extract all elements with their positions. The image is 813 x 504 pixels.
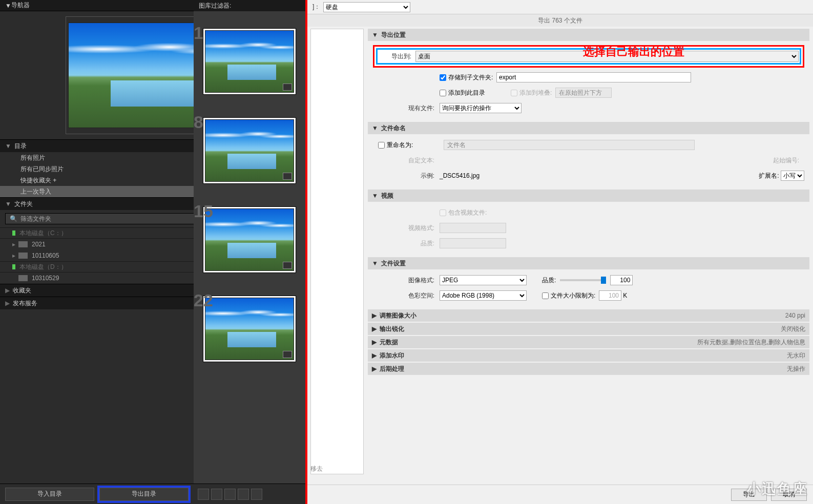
folder-icon <box>18 253 28 259</box>
flag-icon <box>283 83 292 91</box>
export-catalog-button[interactable]: 导出目录 <box>99 488 189 501</box>
publish-title[interactable]: 发布服务 <box>13 299 37 308</box>
grid-thumbnail[interactable]: 22 <box>203 296 296 362</box>
limit-size-input <box>599 290 621 301</box>
section-file-naming[interactable]: ▼文件命名 <box>368 122 809 134</box>
preset-list[interactable] <box>310 29 364 474</box>
import-catalog-button[interactable]: 导入目录 <box>5 488 94 501</box>
library-filter-header[interactable]: 图库过滤器: <box>194 0 305 11</box>
export-count-title: 导出 763 个文件 <box>307 14 813 27</box>
grid-thumbnail[interactable]: 15 <box>203 207 296 272</box>
section-sharpen[interactable]: ▶输出锐化关闭锐化 <box>368 323 809 335</box>
section-postprocess[interactable]: ▶后期处理无操作 <box>368 363 809 375</box>
include-video-checkbox <box>440 209 446 216</box>
colorspace-select[interactable]: Adobe RGB (1998) <box>440 290 527 301</box>
collections-title[interactable]: 收藏夹 <box>13 286 31 295</box>
rename-template-select: 文件名 <box>444 140 695 150</box>
grid-toolbar <box>194 484 305 504</box>
survey-view-icon[interactable] <box>238 489 249 500</box>
people-view-icon[interactable] <box>251 489 262 500</box>
rename-checkbox[interactable] <box>378 142 385 149</box>
catalog-title: 目录 <box>14 142 27 151</box>
compare-view-icon[interactable] <box>224 489 236 500</box>
section-metadata[interactable]: ▶元数据所有元数据,删除位置信息,删除人物信息 <box>368 336 809 348</box>
folder-icon <box>18 241 28 247</box>
section-export-location[interactable]: ▼导出位置 <box>368 29 809 41</box>
navigator-title: 导航器 <box>11 1 30 10</box>
export-destination-select[interactable]: 硬盘 <box>323 2 410 12</box>
section-watermark[interactable]: ▶添加水印无水印 <box>368 349 809 362</box>
section-file-settings[interactable]: ▼文件设置 <box>368 257 809 269</box>
export-dialog: ]： 硬盘 导出 763 个文件 ▼导出位置 导出到: 桌面 选择自己输出的位置… <box>307 0 813 504</box>
lightroom-left-panel: ▼ 导航器 适合 填满 1:1 3:1 ▾ ▼目录 所有照片1837 所有已同步… <box>0 0 305 504</box>
watermark-text: 小迅鱼座 <box>746 479 808 499</box>
chevron-down-icon: ▼ <box>5 2 11 9</box>
existing-files-select[interactable]: 询问要执行的操作 <box>440 103 522 113</box>
flag-icon <box>283 173 292 180</box>
folder-icon <box>18 275 28 281</box>
grid-column: 图库过滤器: 1 8 15 22 <box>194 0 305 504</box>
extension-case-select[interactable]: 小写 <box>781 171 804 181</box>
add-stack-checkbox <box>511 90 517 96</box>
move-preset-label[interactable]: 移去 <box>310 465 323 473</box>
export-destination-label: ]： <box>312 3 320 11</box>
add-catalog-checkbox[interactable] <box>440 90 446 96</box>
example-filename: _DSC5416.jpg <box>440 172 480 179</box>
quality-input[interactable] <box>610 275 633 285</box>
section-video[interactable]: ▼视频 <box>368 190 809 202</box>
flag-icon <box>283 351 292 358</box>
flag-icon <box>283 262 292 269</box>
grid-thumbnail[interactable]: 8 <box>203 118 296 183</box>
subfolder-checkbox[interactable] <box>440 74 446 81</box>
grid-view-icon[interactable] <box>198 489 209 500</box>
search-icon: 🔍 <box>10 215 17 222</box>
quality-slider[interactable] <box>560 279 606 281</box>
limit-size-checkbox[interactable] <box>542 292 549 299</box>
loupe-view-icon[interactable] <box>211 489 222 500</box>
subfolder-input[interactable] <box>496 72 691 82</box>
stack-position-select: 在原始照片下方 <box>555 88 612 98</box>
export-to-label: 导出到: <box>379 52 411 61</box>
image-format-select[interactable]: JPEG <box>440 275 527 285</box>
folders-title: 文件夹 <box>14 200 33 208</box>
section-resize[interactable]: ▶调整图像大小240 ppi <box>368 309 809 322</box>
export-to-select[interactable]: 桌面 <box>415 51 799 62</box>
grid-thumbnail[interactable]: 1 <box>203 29 296 94</box>
